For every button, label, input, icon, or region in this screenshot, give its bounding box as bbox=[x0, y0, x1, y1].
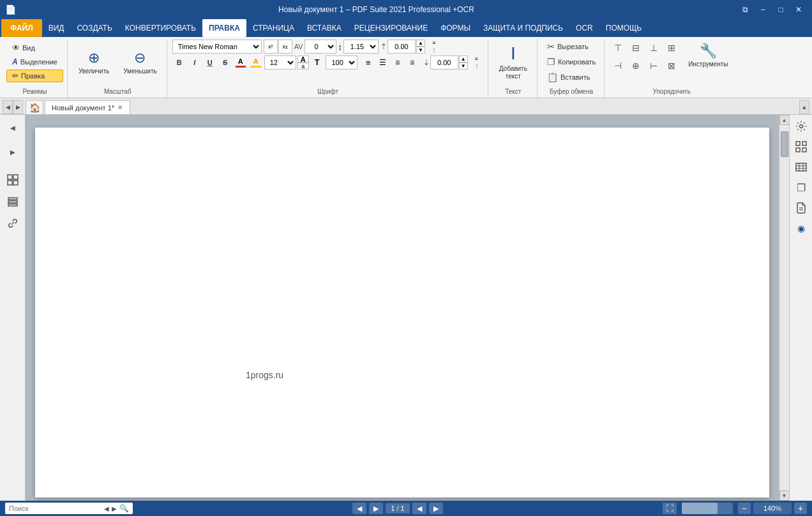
after-spacing-down[interactable]: ▼ bbox=[459, 63, 468, 70]
tab-home[interactable]: 🏠 bbox=[26, 100, 43, 114]
align-justify-button[interactable]: ≡ bbox=[405, 55, 419, 70]
menu-item-insert[interactable]: ВСТАВКА bbox=[301, 19, 348, 37]
scroll-up-button[interactable]: ▲ bbox=[779, 115, 790, 125]
font-size-up-button[interactable]: A bbox=[297, 55, 309, 63]
zoom-out-button[interactable]: ⊖ Уменьшить bbox=[117, 47, 162, 78]
align-right-button[interactable]: ≡ bbox=[391, 55, 405, 70]
align-left-button[interactable]: ≡ bbox=[361, 55, 375, 70]
menu-item-edit[interactable]: ПРАВКА bbox=[202, 19, 246, 37]
line-spacing-select[interactable]: 1.15 bbox=[343, 40, 379, 54]
after-spacing-input[interactable] bbox=[430, 55, 458, 70]
menu-item-convert[interactable]: КОНВЕРТИРОВАТЬ bbox=[119, 19, 202, 37]
tab-close-button[interactable]: ✕ bbox=[117, 104, 123, 111]
doc-area[interactable]: 1progs.ru bbox=[26, 115, 779, 501]
zoom-out-status-button[interactable]: − bbox=[738, 503, 751, 514]
align-right2-button[interactable]: ⊢ bbox=[645, 57, 662, 74]
ordered-list-button[interactable]: ≡ bbox=[427, 40, 441, 47]
copy-button[interactable]: ❐ Копировать bbox=[543, 55, 600, 69]
doc-page[interactable]: 1progs.ru bbox=[35, 128, 769, 498]
align-top-button[interactable]: ⊤ bbox=[610, 40, 626, 56]
tab-nav-right-button[interactable]: ▶ bbox=[13, 100, 23, 114]
add-text-button[interactable]: I Добавитьтекст bbox=[493, 40, 533, 84]
after-spacing-up[interactable]: ▲ bbox=[459, 55, 468, 63]
maximize-button[interactable]: □ bbox=[772, 3, 789, 17]
search-button[interactable]: 🔍 bbox=[119, 504, 129, 513]
subscript-button[interactable]: x₂ bbox=[278, 40, 292, 54]
before-spacing-up[interactable]: ▲ bbox=[416, 40, 425, 47]
percent-select[interactable]: 100 bbox=[326, 55, 357, 70]
title-icons: 📄 bbox=[5, 4, 16, 15]
bold-button[interactable]: B bbox=[172, 55, 186, 70]
align-center2-button[interactable]: ⊕ bbox=[628, 57, 644, 74]
sidebar-nav-back[interactable]: ◀ bbox=[3, 117, 23, 138]
menu-item-page[interactable]: СТРАНИЦА bbox=[246, 19, 301, 37]
minimize-button[interactable]: − bbox=[755, 3, 771, 17]
mode-edit[interactable]: ✏ Правка bbox=[6, 70, 63, 82]
bullet-list2-button[interactable]: ⋮ bbox=[470, 63, 484, 70]
page-nav-next-button[interactable]: ▶ bbox=[369, 503, 383, 514]
font-size-select[interactable]: 12 bbox=[264, 55, 296, 70]
scroll-thumb[interactable] bbox=[781, 131, 788, 157]
menu-item-ocr[interactable]: OCR bbox=[569, 19, 599, 37]
sidebar-layers-button[interactable] bbox=[3, 191, 23, 212]
right-sidebar-copy-button[interactable]: ❐ bbox=[792, 179, 810, 196]
mode-view[interactable]: 👁 Вид bbox=[6, 41, 63, 54]
align-left2-button[interactable]: ⊣ bbox=[610, 57, 626, 74]
align-bottom-button[interactable]: ⊥ bbox=[645, 40, 662, 56]
tab-nav-left-button[interactable]: ◀ bbox=[3, 100, 13, 114]
tools-button[interactable]: 🔧 Инструменты bbox=[682, 40, 733, 71]
underline-button[interactable]: U bbox=[203, 55, 217, 70]
mode-select[interactable]: A Выделение bbox=[6, 55, 63, 68]
font-name-select[interactable]: Times New Roman bbox=[172, 40, 262, 54]
bullet-list-button[interactable]: ⋮ bbox=[427, 47, 441, 54]
zoom-in-status-button[interactable]: + bbox=[794, 503, 807, 514]
sidebar-link-button[interactable] bbox=[3, 213, 23, 233]
page-nav-prev2-button[interactable]: ◀ bbox=[412, 503, 426, 514]
search-nav-prev-button[interactable]: ◀ bbox=[104, 505, 109, 512]
font-color-button[interactable]: A bbox=[234, 55, 248, 70]
cut-button[interactable]: ✂ Вырезать bbox=[543, 40, 600, 54]
scroll-down-button[interactable]: ▼ bbox=[779, 490, 790, 501]
highlight-color-button[interactable]: A bbox=[249, 55, 263, 70]
zoom-in-button[interactable]: ⊕ Увеличить bbox=[73, 47, 115, 78]
right-sidebar-grid-button[interactable] bbox=[792, 138, 810, 156]
distribute-v-button[interactable]: ⊞ bbox=[663, 40, 680, 56]
vertical-scrollbar[interactable]: ▲ ▼ bbox=[779, 115, 789, 501]
sidebar-thumbnails-button[interactable] bbox=[3, 170, 23, 190]
superscript-button[interactable]: x² bbox=[264, 40, 278, 54]
fullscreen-button[interactable]: ⛶ bbox=[663, 503, 677, 514]
menu-item-file[interactable]: ФАЙЛ bbox=[1, 19, 42, 37]
close-button[interactable]: ✕ bbox=[790, 3, 807, 17]
search-input[interactable] bbox=[9, 505, 102, 512]
page-nav-next2-button[interactable]: ▶ bbox=[429, 503, 443, 514]
menu-item-protect[interactable]: ЗАЩИТА И ПОДПИСЬ bbox=[477, 19, 569, 37]
align-middle-h-button[interactable]: ⊟ bbox=[628, 40, 644, 56]
right-sidebar-badge-button[interactable]: ◉ bbox=[792, 219, 810, 237]
menu-item-help[interactable]: ПОМОЩЬ bbox=[599, 19, 648, 37]
page-nav-prev-button[interactable]: ◀ bbox=[352, 503, 366, 514]
right-sidebar-clip-button[interactable] bbox=[792, 199, 810, 217]
before-spacing-down[interactable]: ▼ bbox=[416, 47, 425, 54]
right-sidebar-table-button[interactable] bbox=[792, 158, 810, 176]
text-uppercase-button[interactable]: T bbox=[310, 55, 324, 70]
ribbon-collapse-button[interactable]: ▲ bbox=[799, 100, 809, 114]
menu-item-create[interactable]: СОЗДАТЬ bbox=[70, 19, 118, 37]
paste-button[interactable]: 📋 Вставить bbox=[543, 70, 600, 84]
sidebar-nav-forward[interactable]: ▶ bbox=[3, 142, 23, 162]
before-spacing-input[interactable] bbox=[387, 40, 416, 54]
search-nav-next-button[interactable]: ▶ bbox=[112, 505, 117, 512]
av-select[interactable]: 0 bbox=[304, 40, 336, 54]
tab-doc1[interactable]: Новый документ 1* ✕ bbox=[45, 100, 130, 114]
italic-button[interactable]: I bbox=[188, 55, 202, 70]
strikethrough-button[interactable]: S bbox=[218, 55, 232, 70]
menu-item-view[interactable]: ВИД bbox=[42, 19, 71, 37]
scroll-track[interactable] bbox=[779, 125, 789, 490]
ordered-list2-button[interactable]: ≡ bbox=[470, 55, 484, 63]
font-size-down-button[interactable]: a bbox=[297, 63, 309, 70]
restore-down-button[interactable]: ⧉ bbox=[737, 3, 753, 17]
distribute-h-button[interactable]: ⊠ bbox=[663, 57, 680, 74]
menu-item-review[interactable]: РЕЦЕНЗИРОВАНИЕ bbox=[348, 19, 434, 37]
align-center-button[interactable]: ☰ bbox=[376, 55, 390, 70]
menu-item-forms[interactable]: ФОРМЫ bbox=[434, 19, 477, 37]
right-sidebar-settings-button[interactable] bbox=[792, 117, 810, 135]
